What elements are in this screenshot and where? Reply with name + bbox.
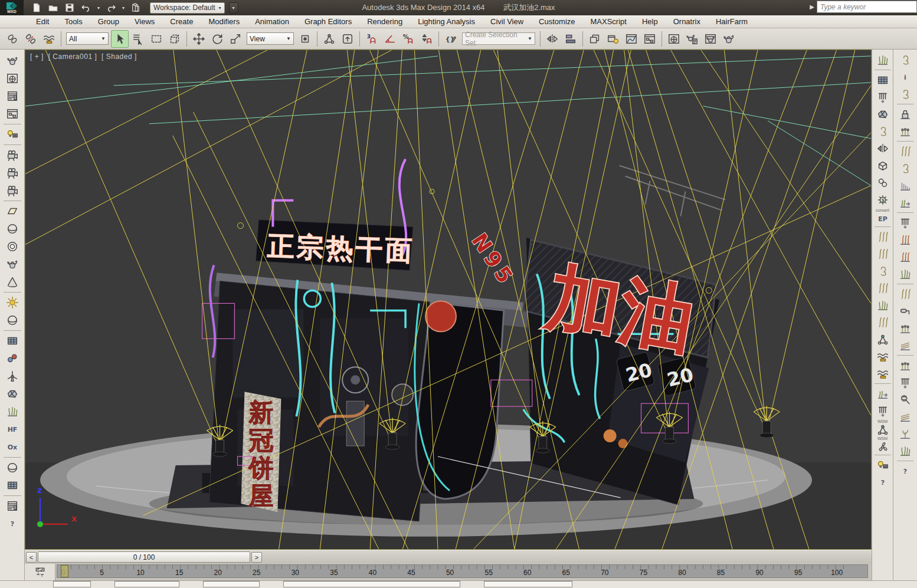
hf-help-button[interactable]: ? bbox=[896, 462, 915, 479]
hairfarm-menu-button[interactable]: HF bbox=[2, 421, 22, 438]
search-input[interactable]: Type a keywor bbox=[817, 1, 917, 13]
undo-dropdown-arrow[interactable]: ▾ bbox=[96, 1, 101, 14]
ox-rake-button[interactable] bbox=[873, 88, 892, 106]
coordinate-display-field[interactable] bbox=[283, 581, 460, 587]
time-slider-button[interactable]: 0 / 100 bbox=[38, 551, 250, 563]
unlink-selection-button[interactable] bbox=[22, 30, 40, 48]
hf-fibers-dense-button[interactable] bbox=[896, 248, 915, 265]
use-pivot-point-center-button[interactable] bbox=[296, 30, 314, 48]
ox-chain-button[interactable] bbox=[873, 174, 892, 191]
camera-record-button[interactable] bbox=[2, 182, 22, 199]
render-setup-dialog-button[interactable] bbox=[2, 87, 22, 105]
ox-strand-fountain-button[interactable] bbox=[873, 228, 892, 245]
spinner-snap-toggle[interactable] bbox=[418, 30, 435, 48]
hf-fibers-red-button[interactable] bbox=[896, 231, 915, 248]
ox-comb-button[interactable] bbox=[873, 402, 892, 419]
toolbar-overflow-button[interactable]: ▾ bbox=[229, 2, 238, 14]
ox-help-button[interactable]: ? bbox=[873, 474, 892, 491]
viewport-camera-label[interactable]: [ Camera001 ] bbox=[48, 52, 97, 61]
redo-dropdown-arrow[interactable]: ▾ bbox=[120, 1, 126, 14]
ox-waves-b-button[interactable] bbox=[873, 365, 892, 382]
torus-primitive-button[interactable] bbox=[2, 238, 22, 255]
ox-convert-ep-button[interactable]: convertEP bbox=[873, 208, 892, 225]
transfer-list-button[interactable] bbox=[2, 497, 22, 515]
help-button[interactable]: ? bbox=[2, 515, 22, 533]
rectangular-selection-region-button[interactable] bbox=[148, 30, 165, 48]
skylight-button[interactable] bbox=[2, 311, 22, 329]
undo-button[interactable] bbox=[79, 1, 93, 14]
angle-snap-toggle[interactable] bbox=[381, 30, 399, 48]
manage-layers-button[interactable] bbox=[586, 30, 604, 48]
render-production-button[interactable] bbox=[720, 30, 738, 48]
ox-squiggles-button[interactable] bbox=[873, 245, 892, 262]
menu-civil-view[interactable]: Civil View bbox=[483, 16, 531, 27]
render-presets-dialog-button[interactable] bbox=[2, 105, 22, 123]
rendered-frame-preview-button[interactable] bbox=[2, 70, 22, 87]
graphite-ribbon-toggle[interactable] bbox=[604, 30, 622, 48]
menu-maxscript[interactable]: MAXScript bbox=[583, 16, 634, 27]
ox-curl-button[interactable] bbox=[873, 123, 892, 140]
gray-sphere-button[interactable] bbox=[2, 459, 22, 477]
rendered-frame-window-button[interactable] bbox=[702, 30, 719, 48]
hf-ball-net-button[interactable] bbox=[896, 391, 915, 408]
hf-roller-button[interactable] bbox=[896, 303, 915, 320]
render-teapot-button[interactable] bbox=[2, 52, 22, 70]
ox-twist-button[interactable] bbox=[873, 280, 892, 297]
menu-hairfarm[interactable]: HairFarm bbox=[708, 16, 755, 27]
keyboard-shortcut-override-toggle[interactable] bbox=[339, 30, 356, 48]
menu-graph-editors[interactable]: Graph Editors bbox=[297, 16, 359, 27]
redo-button[interactable] bbox=[104, 1, 118, 14]
menu-views[interactable]: Views bbox=[127, 16, 162, 27]
select-object-button[interactable] bbox=[111, 30, 129, 48]
edit-named-selection-sets-button[interactable]: {} bbox=[442, 30, 460, 48]
camera-viewport[interactable]: [ + ] [ Camera001 ] [ Shaded ] bbox=[25, 50, 872, 550]
time-slider-handle[interactable] bbox=[61, 565, 68, 577]
select-and-scale-button[interactable] bbox=[227, 30, 244, 48]
ox-voxel-button[interactable] bbox=[873, 157, 892, 174]
viewport-shading-label[interactable]: [ Shaded ] bbox=[101, 52, 137, 61]
hf-seahorse-off-button[interactable] bbox=[896, 86, 915, 103]
render-setup-button[interactable] bbox=[683, 30, 701, 48]
menu-lighting-analysis[interactable]: Lighting Analysis bbox=[410, 16, 483, 27]
menu-modifiers[interactable]: Modifiers bbox=[201, 16, 247, 27]
select-and-manipulate-button[interactable] bbox=[320, 30, 338, 48]
ox-wsm-fan-button[interactable]: WSM bbox=[873, 436, 892, 454]
solar-panels-button[interactable] bbox=[2, 332, 22, 350]
plane-primitive-button[interactable] bbox=[2, 202, 22, 220]
named-selection-set-combo[interactable]: Create Selection Set▼ bbox=[462, 32, 535, 45]
project-folder-button[interactable] bbox=[129, 1, 143, 14]
ox-wool-button[interactable] bbox=[873, 106, 892, 123]
menu-ornatrix[interactable]: Ornatrix bbox=[666, 16, 708, 27]
hf-strand-marks-button[interactable] bbox=[896, 265, 915, 282]
open-file-button[interactable] bbox=[46, 1, 60, 14]
align-button[interactable] bbox=[562, 30, 579, 48]
farm-windmill-button[interactable] bbox=[2, 367, 22, 385]
ox-ball-arrows-button[interactable]: WSM bbox=[873, 419, 892, 436]
hf-comb-down-button[interactable] bbox=[896, 214, 915, 231]
hf-hair-pins-button[interactable] bbox=[896, 123, 915, 140]
reference-coordinate-dropdown[interactable]: View▼ bbox=[247, 32, 294, 45]
hf-octopus-button[interactable] bbox=[896, 160, 915, 177]
ox-carpet-mesh-button[interactable] bbox=[873, 71, 892, 88]
hf-sticks-red-button[interactable] bbox=[896, 320, 915, 337]
next-frame-button[interactable]: > bbox=[251, 552, 262, 563]
timeline-ruler[interactable]: 0510152025303540455055606570758085909510… bbox=[57, 564, 868, 578]
sunlight-button[interactable] bbox=[2, 294, 22, 311]
ox-waves-a-button[interactable] bbox=[873, 348, 892, 365]
hf-kelp-button[interactable] bbox=[896, 143, 915, 160]
molecule-tool-button[interactable] bbox=[2, 350, 22, 367]
ox-light-hand-button[interactable] bbox=[873, 456, 892, 474]
ox-wisp-arrow-button[interactable] bbox=[873, 385, 892, 402]
menu-group[interactable]: Group bbox=[90, 16, 127, 27]
hf-twigs-button[interactable] bbox=[896, 425, 915, 442]
select-by-name-button[interactable] bbox=[129, 30, 147, 48]
percent-snap-toggle[interactable]: % bbox=[399, 30, 417, 48]
snaps-toggle-button[interactable]: 3 bbox=[363, 30, 381, 48]
schedule-grid-button[interactable] bbox=[2, 477, 22, 494]
ox-branches-button[interactable] bbox=[873, 297, 892, 314]
hf-stack-leaves-button[interactable] bbox=[896, 408, 915, 425]
menu-customize[interactable]: Customize bbox=[531, 16, 582, 27]
ox-strand-pair-button[interactable] bbox=[873, 314, 892, 331]
menu-tools[interactable]: Tools bbox=[57, 16, 90, 27]
ox-tall-grass-button[interactable] bbox=[873, 51, 892, 68]
